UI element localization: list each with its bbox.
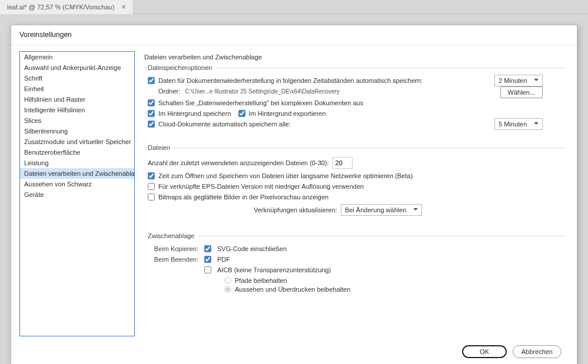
- chevron-down-icon: [413, 208, 418, 213]
- document-tab[interactable]: leaf.ai* @ 72,57 % (CMYK/Vorschau) ×: [0, 0, 134, 14]
- preserve-paths-radio: [224, 277, 231, 284]
- update-links-label: Verknüpfungen aktualisieren:: [254, 206, 337, 213]
- aicb-checkbox[interactable]: [204, 266, 211, 273]
- document-tabbar: leaf.ai* @ 72,57 % (CMYK/Vorschau) ×: [0, 0, 588, 14]
- on-quit-label: Beim Beenden:: [148, 256, 198, 263]
- dialog-title: Voreinstellungen: [11, 25, 577, 45]
- background-export-label: Im Hintergrund exportieren: [249, 110, 326, 117]
- eps-lowres-checkbox[interactable]: [148, 183, 155, 190]
- recent-files-label: Anzahl der zuletzt verwendeten anzuzeige…: [148, 159, 329, 166]
- sidebar-item-general[interactable]: Allgemein: [20, 52, 134, 62]
- dialog-buttonbar: OK Abbrechen: [462, 345, 562, 358]
- pdf-checkbox[interactable]: [204, 256, 211, 263]
- section-files-legend: Dateien: [148, 144, 174, 151]
- sidebar-item-hyphenation[interactable]: Silbentrennung: [20, 126, 134, 136]
- cancel-button[interactable]: Abbrechen: [513, 345, 562, 358]
- page-title: Dateien verarbeiten und Zwischenablage: [144, 54, 565, 61]
- section-clipboard-legend: Zwischenablage: [148, 232, 198, 239]
- svg-include-label: SVG-Code einschließen: [217, 245, 287, 252]
- auto-recover-interval-value: 2 Minuten: [499, 77, 527, 84]
- svg-include-checkbox[interactable]: [204, 245, 211, 252]
- sidebar-item-performance[interactable]: Leistung: [20, 158, 134, 168]
- eps-lowres-label: Für verknüpfte EPS-Dateien Version mit n…: [158, 183, 364, 190]
- section-clipboard: Zwischenablage Beim Kopieren: SVG-Code e…: [144, 232, 565, 300]
- disable-recovery-complex-checkbox[interactable]: [148, 99, 155, 106]
- background-save-checkbox[interactable]: [148, 110, 155, 117]
- background-save-label: Im Hintergrund speichern: [158, 110, 231, 117]
- section-storage: Dateispeicheroptionen Daten für Dokument…: [144, 64, 565, 137]
- cloud-autosave-interval-value: 5 Minuten: [499, 121, 527, 128]
- sidebar-item-type[interactable]: Schrift: [20, 73, 134, 84]
- disable-recovery-complex-label: Schalten Sie „Datenwiederherstellung" be…: [158, 99, 363, 106]
- preferences-content: Dateien verarbeiten und Zwischenablage D…: [138, 51, 569, 336]
- close-icon[interactable]: ×: [121, 2, 126, 11]
- update-links-value: Bei Änderung wählen: [345, 206, 407, 213]
- chevron-down-icon: [534, 79, 539, 84]
- sidebar-item-file-handling[interactable]: Dateien verarbeiten und Zwischenablage: [20, 168, 134, 179]
- sidebar-item-ui[interactable]: Benutzeroberfläche: [20, 147, 134, 158]
- bitmap-antialias-label: Bitmaps als geglättete Bilder in der Pix…: [158, 193, 328, 201]
- preserve-paths-label: Pfade beibehalten: [235, 277, 287, 284]
- preferences-dialog: Voreinstellungen Allgemein Auswahl und A…: [11, 25, 577, 364]
- recent-files-input[interactable]: [333, 157, 353, 169]
- on-copy-label: Beim Kopieren:: [148, 245, 198, 252]
- sidebar-item-selection[interactable]: Auswahl und Ankerpunkt-Anzeige: [20, 62, 134, 73]
- auto-recover-interval-select[interactable]: 2 Minuten: [494, 75, 543, 86]
- section-files: Dateien Anzahl der zuletzt verwendeten a…: [144, 144, 565, 225]
- folder-label: Ordner:: [158, 88, 180, 95]
- section-storage-legend: Dateispeicheroptionen: [148, 64, 215, 71]
- preserve-appearance-radio: [224, 286, 231, 293]
- slow-network-optimize-label: Zeit zum Öffnen und Speichern von Dateie…: [158, 172, 413, 179]
- aicb-label: AICB (keine Transparenzunterstützung): [217, 266, 331, 273]
- folder-path: C:\User...e Illustrator 25 Settings\de_D…: [185, 88, 339, 95]
- pdf-label: PDF: [217, 256, 230, 263]
- choose-folder-button[interactable]: Wählen...: [500, 86, 543, 98]
- cancel-label: Abbrechen: [521, 348, 553, 355]
- ok-button[interactable]: OK: [462, 345, 507, 358]
- sidebar-item-devices[interactable]: Geräte: [20, 189, 134, 200]
- document-tab-title: leaf.ai* @ 72,57 % (CMYK/Vorschau): [7, 4, 114, 11]
- preserve-appearance-label: Aussehen und Überdrucken beibehalten: [235, 286, 350, 293]
- sidebar-item-plugins[interactable]: Zusatzmodule und virtueller Speicher: [20, 136, 134, 147]
- sidebar-item-smart-guides[interactable]: Intelligente Hilfslinien: [20, 105, 134, 115]
- chevron-down-icon: [534, 122, 539, 127]
- background-export-checkbox[interactable]: [238, 110, 245, 117]
- update-links-select[interactable]: Bei Änderung wählen: [341, 204, 422, 216]
- ok-label: OK: [480, 348, 489, 355]
- auto-recover-checkbox[interactable]: [148, 77, 155, 84]
- choose-folder-label: Wählen...: [508, 89, 535, 96]
- sidebar-item-units[interactable]: Einheit: [20, 84, 134, 94]
- slow-network-optimize-checkbox[interactable]: [148, 172, 155, 179]
- cloud-autosave-label: Cloud-Dokumente automatisch speichern al…: [158, 121, 291, 128]
- sidebar-item-black-appearance[interactable]: Aussehen von Schwarz: [20, 179, 134, 189]
- cloud-autosave-checkbox[interactable]: [148, 121, 155, 128]
- sidebar-item-guides[interactable]: Hilfslinien und Raster: [20, 94, 134, 105]
- bitmap-antialias-checkbox[interactable]: [148, 193, 155, 201]
- sidebar-item-slices[interactable]: Slices: [20, 115, 134, 126]
- cloud-autosave-interval-select[interactable]: 5 Minuten: [494, 118, 543, 130]
- preferences-sidebar: Allgemein Auswahl und Ankerpunkt-Anzeige…: [19, 51, 135, 336]
- auto-recover-label: Daten für Dokumentenwiederherstellung in…: [158, 77, 423, 84]
